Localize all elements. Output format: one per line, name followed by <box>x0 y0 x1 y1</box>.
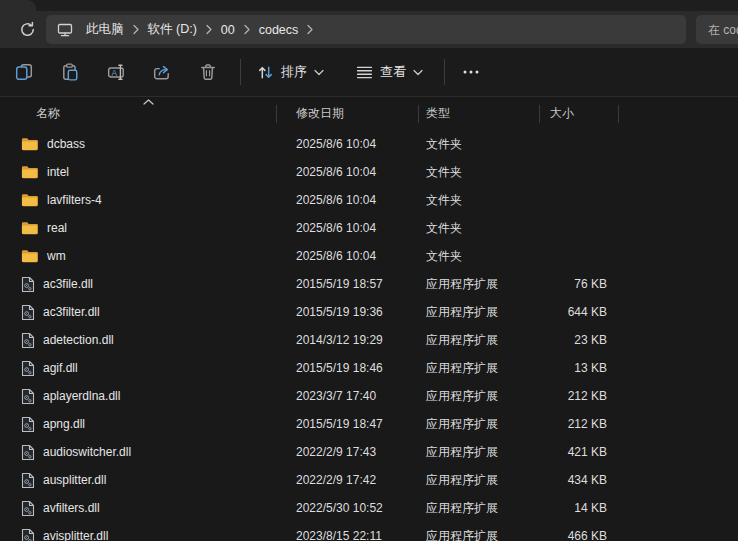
paste-icon <box>61 63 79 81</box>
breadcrumb-item[interactable]: 软件 (D:) <box>144 21 201 38</box>
column-header-type[interactable]: 类型 <box>418 105 539 122</box>
file-name: apng.dll <box>43 417 85 431</box>
address-bar[interactable]: 此电脑软件 (D:)00codecs <box>46 15 686 44</box>
share-button[interactable] <box>141 55 183 89</box>
refresh-icon <box>19 21 36 38</box>
file-name: adetection.dll <box>43 333 114 347</box>
file-explorer-window: { "navbar": { "breadcrumb": ["此电脑", "软件 … <box>0 0 738 541</box>
delete-button[interactable] <box>187 55 229 89</box>
sort-button[interactable]: 排序 <box>248 55 333 89</box>
file-size: 14 KB <box>539 501 619 515</box>
rename-button[interactable]: A <box>95 55 137 89</box>
file-name: ac3file.dll <box>43 277 93 291</box>
file-date-modified: 2015/5/19 18:57 <box>276 277 418 291</box>
chevron-right-icon[interactable] <box>203 24 215 35</box>
column-divider[interactable] <box>418 105 419 123</box>
dll-file-icon <box>21 416 35 433</box>
file-date-modified: 2015/5/19 18:46 <box>276 361 418 375</box>
dll-file-icon <box>21 360 35 377</box>
column-header-row: 名称 修改日期 类型 大小 <box>0 97 738 130</box>
file-name: avisplitter.dll <box>43 529 108 541</box>
file-date-modified: 2023/8/15 22:11 <box>276 529 418 541</box>
file-row[interactable]: wm 2025/8/6 10:04 文件夹 <box>0 242 738 270</box>
file-row[interactable]: ausplitter.dll 2022/2/9 17:42 应用程序扩展 434… <box>0 466 738 494</box>
file-type: 应用程序扩展 <box>418 304 539 321</box>
breadcrumb-item[interactable]: 00 <box>217 23 239 37</box>
file-size: 212 KB <box>539 389 619 403</box>
column-divider[interactable] <box>276 105 277 123</box>
file-date-modified: 2025/8/6 10:04 <box>276 221 418 235</box>
file-date-modified: 2022/2/9 17:42 <box>276 473 418 487</box>
column-header-size[interactable]: 大小 <box>539 105 619 122</box>
chevron-right-icon[interactable] <box>241 24 253 35</box>
file-row[interactable]: ac3filter.dll 2015/5/19 19:36 应用程序扩展 644… <box>0 298 738 326</box>
monitor-icon <box>56 22 74 38</box>
file-type: 应用程序扩展 <box>418 388 539 405</box>
chevron-down-icon <box>314 69 324 76</box>
file-type: 应用程序扩展 <box>418 360 539 377</box>
file-row[interactable]: avisplitter.dll 2023/8/15 22:11 应用程序扩展 4… <box>0 522 738 541</box>
svg-text:A: A <box>111 68 117 78</box>
view-button[interactable]: 查看 <box>347 55 432 89</box>
sort-label: 排序 <box>281 63 307 81</box>
refresh-button[interactable] <box>14 17 40 43</box>
file-row[interactable]: agif.dll 2015/5/19 18:46 应用程序扩展 13 KB <box>0 354 738 382</box>
column-header-name[interactable]: 名称 <box>0 105 276 122</box>
file-list: dcbass 2025/8/6 10:04 文件夹 intel 2025/8/6… <box>0 130 738 541</box>
file-name: agif.dll <box>43 361 78 375</box>
chevron-right-icon[interactable] <box>304 24 316 35</box>
file-row[interactable]: avfilters.dll 2022/5/30 10:52 应用程序扩展 14 … <box>0 494 738 522</box>
active-tab[interactable] <box>0 0 36 11</box>
file-type: 应用程序扩展 <box>418 472 539 489</box>
file-name: lavfilters-4 <box>47 193 102 207</box>
file-row[interactable]: audioswitcher.dll 2022/2/9 17:43 应用程序扩展 … <box>0 438 738 466</box>
breadcrumb-item[interactable]: codecs <box>255 23 303 37</box>
file-row[interactable]: apng.dll 2015/5/19 18:47 应用程序扩展 212 KB <box>0 410 738 438</box>
breadcrumb-item[interactable]: 此电脑 <box>82 21 128 38</box>
file-type: 应用程序扩展 <box>418 276 539 293</box>
file-row[interactable]: intel 2025/8/6 10:04 文件夹 <box>0 158 738 186</box>
view-label: 查看 <box>380 63 406 81</box>
breadcrumb: 此电脑软件 (D:)00codecs <box>82 21 316 38</box>
file-date-modified: 2025/8/6 10:04 <box>276 137 418 151</box>
file-type: 文件夹 <box>418 164 539 181</box>
chevron-down-icon <box>413 69 423 76</box>
file-name: aplayerdlna.dll <box>43 389 120 403</box>
paste-button[interactable] <box>49 55 91 89</box>
dll-file-icon <box>21 500 35 517</box>
file-name: audioswitcher.dll <box>43 445 131 459</box>
file-row[interactable]: lavfilters-4 2025/8/6 10:04 文件夹 <box>0 186 738 214</box>
file-name: intel <box>47 165 69 179</box>
column-divider[interactable] <box>618 105 619 123</box>
file-size: 76 KB <box>539 277 619 291</box>
folder-icon <box>21 221 39 236</box>
file-row[interactable]: adetection.dll 2014/3/12 19:29 应用程序扩展 23… <box>0 326 738 354</box>
file-size: 13 KB <box>539 361 619 375</box>
rename-icon: A <box>107 63 126 81</box>
file-name: wm <box>47 249 66 263</box>
dll-file-icon <box>21 444 35 461</box>
trash-icon <box>199 63 217 81</box>
file-name: avfilters.dll <box>43 501 100 515</box>
toolbar-divider <box>240 59 241 85</box>
file-date-modified: 2015/5/19 18:47 <box>276 417 418 431</box>
file-type: 应用程序扩展 <box>418 444 539 461</box>
copy-button[interactable] <box>3 55 45 89</box>
sort-arrows-icon <box>257 64 274 81</box>
column-divider[interactable] <box>539 105 540 123</box>
file-date-modified: 2015/5/19 19:36 <box>276 305 418 319</box>
see-more-button[interactable] <box>452 55 490 89</box>
file-row[interactable]: aplayerdlna.dll 2023/3/7 17:40 应用程序扩展 21… <box>0 382 738 410</box>
file-row[interactable]: dcbass 2025/8/6 10:04 文件夹 <box>0 130 738 158</box>
dll-file-icon <box>21 528 35 541</box>
column-header-date-modified[interactable]: 修改日期 <box>276 105 418 122</box>
file-name: ac3filter.dll <box>43 305 100 319</box>
search-input[interactable] <box>696 15 738 44</box>
chevron-right-icon[interactable] <box>130 24 142 35</box>
file-row[interactable]: real 2025/8/6 10:04 文件夹 <box>0 214 738 242</box>
file-size: 212 KB <box>539 417 619 431</box>
file-size: 23 KB <box>539 333 619 347</box>
dll-file-icon <box>21 304 35 321</box>
file-type: 应用程序扩展 <box>418 332 539 349</box>
file-row[interactable]: ac3file.dll 2015/5/19 18:57 应用程序扩展 76 KB <box>0 270 738 298</box>
